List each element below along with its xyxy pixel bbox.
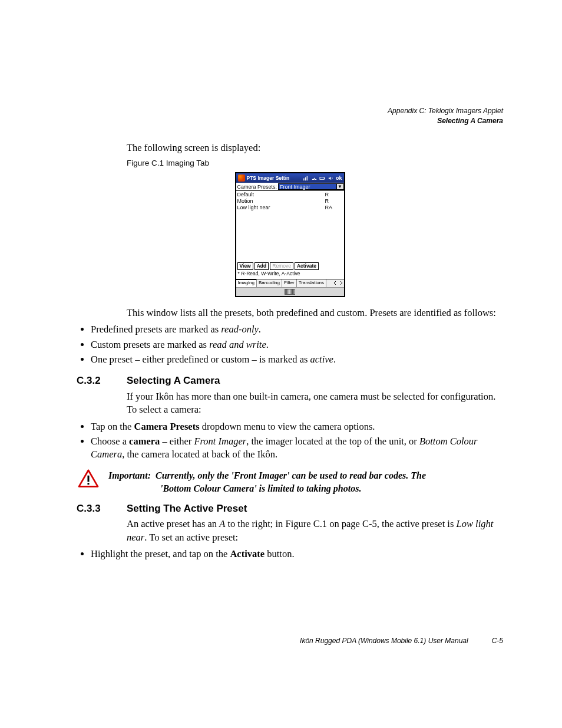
c32-paragraph: If your Ikôn has more than one built-in … [127,390,503,417]
list-item: Default R [237,192,343,198]
page-footer: Ikôn Rugged PDA (Windows Mobile 6.1) Use… [77,636,503,645]
list-item: Custom presets are marked as read and wr… [91,338,503,351]
figure-caption: Figure C.1 Imaging Tab [127,158,503,169]
keyboard-icon[interactable] [285,289,295,295]
section-number: C.3.3 [77,502,127,516]
section-c33-heading: C.3.3 Setting The Active Preset [77,502,503,516]
start-icon[interactable] [238,174,245,182]
battery-icon[interactable] [319,175,326,182]
tab-barcoding[interactable]: Barcoding [257,279,282,287]
list-item: Tap on the Camera Presets dropdown menu … [91,420,503,433]
list-item: One preset – either predefined or custom… [91,353,503,366]
important-note: Important: Currently, only the 'Front Im… [77,469,503,495]
tab-imaging[interactable]: Imaging [236,279,257,287]
c33-steps: Highlight the preset, and tap on the Act… [77,548,503,561]
running-header-line2: Selecting A Camera [388,116,503,126]
section-c32-heading: C.3.2 Selecting A Camera [77,374,503,388]
list-item: Predefined presets are marked as read-on… [91,323,503,336]
important-text: Important: Currently, only the 'Front Im… [108,469,426,495]
add-button[interactable]: Add [254,262,269,270]
volume-icon[interactable] [328,175,334,182]
after-figure-paragraph: This window lists all the presets, both … [127,307,503,319]
tab-translations[interactable]: Translations [297,279,326,287]
list-item: Choose a camera – either Front Imager, t… [91,435,503,462]
tab-strip: Imaging Barcoding Filter Translations [236,279,344,287]
wm-titlebar: PTS Imager Settin ok [236,173,344,183]
sip-bar[interactable] [236,287,344,296]
preset-id-list: Predefined presets are marked as read-on… [77,323,503,366]
running-header-line1: Appendix C: Teklogix Imagers Applet [388,106,503,116]
view-button[interactable]: View [237,262,253,270]
footer-title: Ikôn Rugged PDA (Windows Mobile 6.1) Use… [300,636,468,645]
c33-paragraph: An active preset has an A to the right; … [127,518,503,544]
tab-filter[interactable]: Filter [282,279,297,287]
dropdown-arrow-icon[interactable]: ▼ [336,184,343,189]
list-item: Highlight the preset, and tap on the Act… [91,548,503,561]
warning-icon [77,469,100,495]
camera-presets-dropdown[interactable]: Front Imager ▼ [278,183,343,190]
svg-rect-2 [87,476,89,482]
intro-paragraph: The following screen is displayed: [127,141,503,154]
section-title: Setting The Active Preset [127,502,247,516]
list-item: Low light near RA [237,205,343,211]
imaging-tab-screenshot: PTS Imager Settin ok Camera Presets: [235,172,345,297]
window-title: PTS Imager Settin [247,175,301,182]
running-header: Appendix C: Teklogix Imagers Applet Sele… [388,106,503,126]
svg-rect-1 [324,178,325,179]
ok-button[interactable]: ok [336,174,342,182]
list-item: Motion R [237,198,343,205]
section-number: C.3.2 [77,374,127,388]
legend-text: * R-Read, W-Write, A-Active [236,271,344,278]
camera-presets-value: Front Imager [279,184,336,189]
preset-list[interactable]: Default R Motion R Low light near RA [236,191,344,262]
activate-button[interactable]: Activate [295,262,319,270]
connectivity-icon[interactable] [303,175,309,182]
figure-wrap: PTS Imager Settin ok Camera Presets: [77,172,503,298]
camera-presets-label: Camera Presets: [237,183,277,190]
svg-rect-0 [320,177,324,180]
section-title: Selecting A Camera [127,374,220,388]
page: Appendix C: Teklogix Imagers Applet Sele… [0,0,562,728]
svg-rect-3 [87,483,89,485]
page-number: C-5 [492,636,503,645]
remove-button: Remove [270,262,293,270]
network-icon[interactable] [311,175,318,182]
c32-steps: Tap on the Camera Presets dropdown menu … [77,420,503,462]
tab-scroll-icons[interactable] [332,279,344,287]
